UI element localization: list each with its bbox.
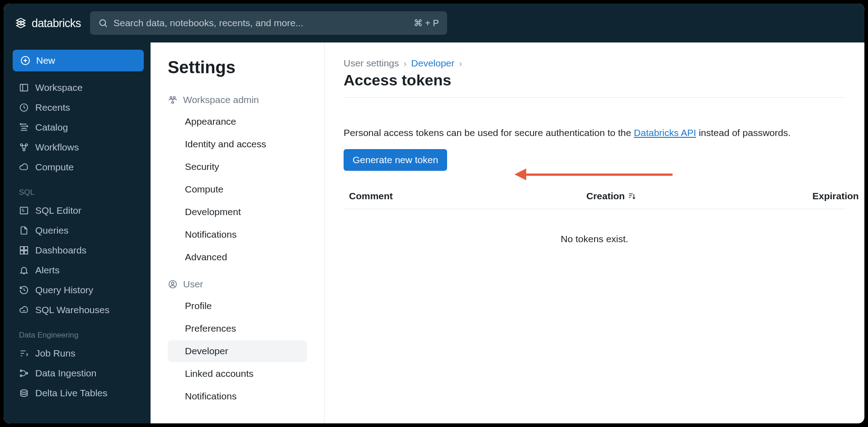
sidebar-item-compute[interactable]: Compute <box>13 157 142 177</box>
queries-icon <box>19 225 29 235</box>
settings-group-label: User <box>183 279 203 290</box>
sidebar-item-label: Compute <box>35 162 74 173</box>
sidebar-item-sql-warehouses[interactable]: SQL Warehouses <box>13 300 142 320</box>
new-button[interactable]: New <box>13 50 144 71</box>
sidebar-item-dashboards[interactable]: Dashboards <box>13 240 142 260</box>
svg-point-14 <box>20 370 22 372</box>
chevron-right-icon: › <box>459 58 462 69</box>
sidebar-item-data-ingestion[interactable]: Data Ingestion <box>13 363 142 383</box>
sidebar-item-alerts[interactable]: Alerts <box>13 260 142 280</box>
description-text: instead of passwords. <box>696 127 791 138</box>
search-placeholder: Search data, notebooks, recents, and mor… <box>113 18 408 28</box>
settings-item-linked-accounts[interactable]: Linked accounts <box>168 363 307 385</box>
sidebar-item-label: Query History <box>35 285 93 296</box>
svg-rect-10 <box>20 247 24 250</box>
sidebar-item-label: Workspace <box>35 82 83 93</box>
topbar: databricks Search data, notebooks, recen… <box>4 4 864 42</box>
column-comment[interactable]: Comment <box>349 191 586 202</box>
sidebar-item-catalog[interactable]: Catalog <box>13 117 142 137</box>
new-label: New <box>36 55 55 66</box>
settings-group-admin: Workspace admin <box>168 90 307 110</box>
brand-logo[interactable]: databricks <box>14 17 81 30</box>
workflows-icon <box>19 142 29 152</box>
dashboards-icon <box>19 245 29 255</box>
sidebar-item-label: Alerts <box>35 265 60 276</box>
settings-group-user: User <box>168 274 307 294</box>
settings-title: Settings <box>168 58 307 77</box>
plus-circle-icon <box>20 55 31 66</box>
settings-item-developer[interactable]: Developer <box>168 340 307 362</box>
search-shortcut: ⌘ + P <box>414 18 439 28</box>
settings-item-compute[interactable]: Compute <box>168 178 307 200</box>
svg-rect-12 <box>20 251 24 254</box>
annotation-arrow <box>505 169 673 180</box>
bell-icon <box>19 265 29 275</box>
svg-rect-9 <box>20 207 28 214</box>
sidebar-item-recents[interactable]: Recents <box>13 98 142 117</box>
settings-item-preferences[interactable]: Preferences <box>168 318 307 339</box>
sidebar-item-label: Delta Live Tables <box>35 388 108 399</box>
breadcrumb: User settings › Developer › <box>344 58 845 69</box>
svg-rect-13 <box>24 251 28 254</box>
sidebar-item-label: Data Ingestion <box>35 368 96 379</box>
description-text: Personal access tokens can be used for s… <box>344 127 634 138</box>
settings-item-notifications-admin[interactable]: Notifications <box>168 224 307 245</box>
databricks-api-link[interactable]: Databricks API <box>634 127 696 138</box>
svg-point-21 <box>171 282 174 285</box>
sidebar-item-label: Dashboards <box>35 245 86 256</box>
settings-item-appearance[interactable]: Appearance <box>168 111 307 132</box>
svg-point-15 <box>20 375 22 377</box>
settings-item-advanced[interactable]: Advanced <box>168 246 307 268</box>
settings-item-profile[interactable]: Profile <box>168 295 307 317</box>
table-header: Comment Creation Expiration <box>344 183 845 209</box>
settings-item-development[interactable]: Development <box>168 201 307 223</box>
sidebar-item-job-runs[interactable]: Job Runs <box>13 343 142 363</box>
column-label: Creation <box>586 191 625 202</box>
sidebar-item-workflows[interactable]: Workflows <box>13 137 142 157</box>
column-expiration[interactable]: Expiration <box>812 191 859 202</box>
section-label-sql: SQL <box>13 177 142 201</box>
generate-token-button[interactable]: Generate new token <box>344 149 447 171</box>
global-search[interactable]: Search data, notebooks, recents, and mor… <box>90 11 447 35</box>
sidebar-item-label: Recents <box>35 102 70 113</box>
sidebar-item-label: SQL Editor <box>35 205 81 216</box>
sidebar-item-label: Queries <box>35 225 69 236</box>
chevron-right-icon: › <box>404 58 407 69</box>
settings-item-identity[interactable]: Identity and access <box>168 133 307 155</box>
divider <box>344 97 845 98</box>
brand-text: databricks <box>32 17 81 30</box>
breadcrumb-developer[interactable]: Developer <box>411 58 455 69</box>
column-creation[interactable]: Creation <box>586 191 812 202</box>
sidebar-item-label: SQL Warehouses <box>35 305 109 315</box>
sidebar-item-delta-live-tables[interactable]: Delta Live Tables <box>13 383 142 403</box>
breadcrumb-root[interactable]: User settings <box>344 58 399 69</box>
sidebar-item-query-history[interactable]: Query History <box>13 280 142 300</box>
sidebar-item-label: Job Runs <box>35 348 75 359</box>
databricks-icon <box>14 17 27 29</box>
tokens-table: Comment Creation Expiration No tokens ex… <box>344 183 845 269</box>
sidebar-item-sql-editor[interactable]: SQL Editor <box>13 201 142 221</box>
sort-desc-icon <box>627 192 637 201</box>
sidebar-item-queries[interactable]: Queries <box>13 221 142 240</box>
sql-editor-icon <box>19 206 29 216</box>
settings-item-security[interactable]: Security <box>168 156 307 178</box>
search-icon <box>98 18 108 28</box>
svg-point-18 <box>174 96 175 98</box>
left-sidebar: New Workspace Recents Catalog Workflows … <box>4 42 151 423</box>
svg-point-4 <box>20 124 21 125</box>
settings-item-notifications-user[interactable]: Notifications <box>168 385 307 407</box>
svg-point-5 <box>27 126 28 127</box>
svg-point-17 <box>170 96 172 98</box>
catalog-icon <box>19 122 29 132</box>
workspace-icon <box>19 83 29 93</box>
main-content: User settings › Developer › Access token… <box>325 42 864 423</box>
warehouse-icon <box>19 305 29 315</box>
svg-rect-11 <box>24 247 28 250</box>
history-icon <box>19 285 29 295</box>
user-icon <box>168 279 178 289</box>
ingestion-icon <box>19 368 29 378</box>
sidebar-item-workspace[interactable]: Workspace <box>13 78 142 98</box>
empty-state: No tokens exist. <box>344 209 845 269</box>
sidebar-item-label: Workflows <box>35 142 79 153</box>
dlt-icon <box>19 388 29 398</box>
